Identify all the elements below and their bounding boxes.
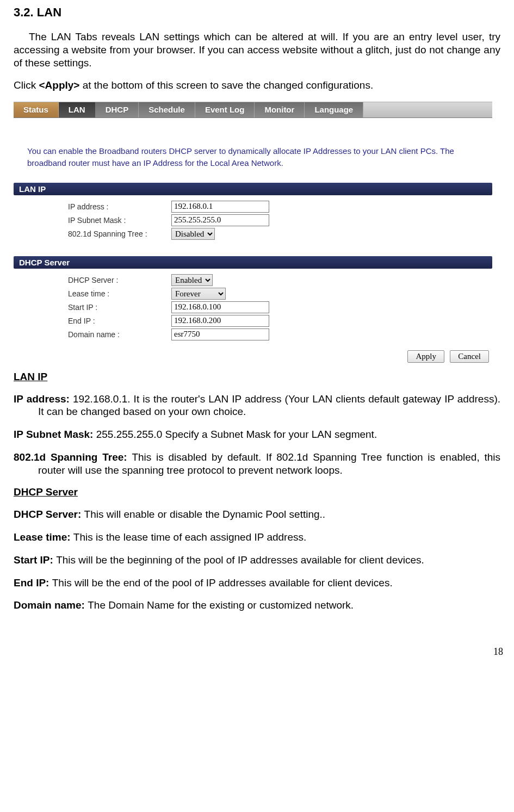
- row-dhcp-server: DHCP Server : Enabled: [14, 274, 492, 286]
- desc-ip-label: IP address:: [14, 393, 73, 405]
- desc-stp-label: 802.1d Spanning Tree:: [14, 451, 132, 463]
- desc-subnet-mask: IP Subnet Mask: 255.255.255.0 Specify a …: [14, 428, 500, 441]
- desc-dom-text: The Domain Name for the existing or cust…: [88, 599, 354, 611]
- tab-status[interactable]: Status: [14, 102, 59, 117]
- row-subnet-mask: IP Subnet Mask :: [14, 214, 492, 226]
- tab-schedule[interactable]: Schedule: [139, 102, 195, 117]
- select-spanning-tree[interactable]: Disabled: [171, 228, 215, 240]
- desc-lease-label: Lease time:: [14, 531, 73, 543]
- desc-eip-text: This will be the end of the pool of IP a…: [52, 577, 393, 588]
- tab-dhcp[interactable]: DHCP: [96, 102, 139, 117]
- row-end-ip: End IP :: [14, 315, 492, 327]
- row-lease-time: Lease time : Forever: [14, 288, 492, 300]
- row-start-ip: Start IP :: [14, 301, 492, 313]
- tab-language[interactable]: Language: [305, 102, 363, 117]
- label-domain-name: Domain name :: [68, 330, 171, 339]
- intro-paragraph: The LAN Tabs reveals LAN settings which …: [14, 30, 500, 69]
- apply-pre: Click: [14, 79, 39, 91]
- desc-eip-label: End IP:: [14, 577, 52, 588]
- select-dhcp-server[interactable]: Enabled: [171, 274, 213, 286]
- panel-description: You can enable the Broadband routers DHC…: [14, 118, 492, 180]
- label-spanning-tree: 802.1d Spanning Tree :: [68, 230, 171, 238]
- cancel-button[interactable]: Cancel: [450, 350, 489, 363]
- tab-bar: Status LAN DHCP Schedule Event Log Monit…: [14, 102, 492, 118]
- input-start-ip[interactable]: [171, 301, 269, 313]
- tab-monitor[interactable]: Monitor: [255, 102, 305, 117]
- label-end-ip: End IP :: [68, 317, 171, 325]
- apply-bold: <Apply>: [39, 79, 79, 91]
- section-heading: 3.2. LAN: [14, 5, 500, 20]
- subheading-dhcp-server: DHCP Server: [14, 486, 500, 498]
- desc-srv-text: This will enable or disable the Dynamic …: [84, 509, 326, 520]
- desc-ip-address: IP address: 192.168.0.1. It is the route…: [14, 393, 500, 419]
- label-dhcp-server: DHCP Server :: [68, 276, 171, 284]
- desc-srv-label: DHCP Server:: [14, 509, 84, 520]
- label-subnet-mask: IP Subnet Mask :: [68, 216, 171, 225]
- desc-dhcp-server: DHCP Server: This will enable or disable…: [14, 508, 500, 521]
- row-spanning-tree: 802.1d Spanning Tree : Disabled: [14, 228, 492, 240]
- desc-dom-label: Domain name:: [14, 599, 88, 611]
- apply-instruction: Click <Apply> at the bottom of this scre…: [14, 79, 500, 92]
- desc-lease-time: Lease time: This is the lease time of ea…: [14, 531, 500, 544]
- input-domain-name[interactable]: [171, 328, 269, 340]
- panel-header-lanip: LAN IP: [14, 183, 492, 195]
- desc-mask-text: 255.255.255.0 Specify a Subnet Mask for …: [96, 429, 377, 440]
- input-end-ip[interactable]: [171, 315, 269, 327]
- label-ip-address: IP address :: [68, 202, 171, 211]
- intro-text: The LAN Tabs reveals LAN settings which …: [14, 31, 500, 69]
- panel-header-dhcp: DHCP Server: [14, 256, 492, 269]
- row-domain-name: Domain name :: [14, 328, 492, 340]
- subheading-lan-ip: LAN IP: [14, 371, 500, 383]
- label-lease-time: Lease time :: [68, 289, 171, 298]
- desc-mask-label: IP Subnet Mask:: [14, 429, 96, 440]
- desc-domain-name: Domain name: The Domain Name for the exi…: [14, 599, 500, 612]
- desc-spanning-tree: 802.1d Spanning Tree: This is disabled b…: [14, 451, 500, 477]
- desc-sip-label: Start IP:: [14, 554, 56, 566]
- desc-sip-text: This will be the beginning of the pool o…: [56, 554, 424, 566]
- page-number: 18: [0, 633, 514, 658]
- tab-eventlog[interactable]: Event Log: [195, 102, 255, 117]
- desc-lease-text: This is the lease time of each assigned …: [73, 531, 306, 543]
- input-ip-address[interactable]: [171, 201, 269, 213]
- select-lease-time[interactable]: Forever: [171, 288, 226, 300]
- apply-button[interactable]: Apply: [407, 350, 444, 363]
- input-subnet-mask[interactable]: [171, 214, 269, 226]
- label-start-ip: Start IP :: [68, 303, 171, 312]
- button-row: Apply Cancel: [14, 350, 492, 363]
- tab-lan[interactable]: LAN: [59, 102, 96, 117]
- desc-end-ip: End IP: This will be the end of the pool…: [14, 577, 500, 590]
- router-screenshot: Status LAN DHCP Schedule Event Log Monit…: [14, 102, 492, 363]
- desc-ip-text: 192.168.0.1. It is the router's LAN IP a…: [38, 393, 500, 418]
- apply-post: at the bottom of this screen to save the…: [79, 79, 373, 91]
- row-ip-address: IP address :: [14, 201, 492, 213]
- desc-start-ip: Start IP: This will be the beginning of …: [14, 554, 500, 567]
